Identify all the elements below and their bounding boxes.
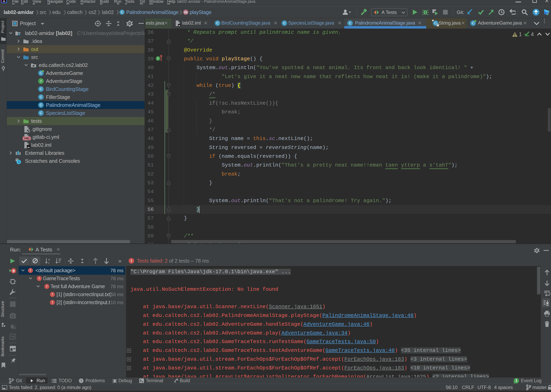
svg-text:z: z [48,261,50,264]
svg-text:a: a [48,258,50,261]
svg-text:9: 9 [13,269,15,273]
